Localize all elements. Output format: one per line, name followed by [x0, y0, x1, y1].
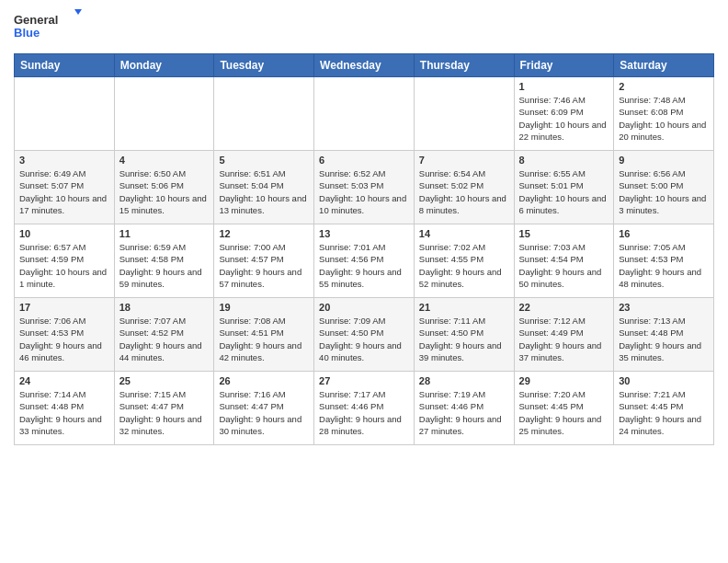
day-number: 12 — [219, 228, 309, 239]
day-cell: 21Sunrise: 7:11 AM Sunset: 4:50 PM Dayli… — [414, 298, 514, 372]
day-cell: 15Sunrise: 7:03 AM Sunset: 4:54 PM Dayli… — [514, 224, 614, 298]
day-info: Sunrise: 7:46 AM Sunset: 6:09 PM Dayligh… — [519, 94, 609, 143]
day-cell — [114, 77, 214, 151]
day-cell: 12Sunrise: 7:00 AM Sunset: 4:57 PM Dayli… — [214, 224, 314, 298]
svg-text:General: General — [14, 13, 58, 27]
day-number: 19 — [219, 302, 309, 313]
day-header-wednesday: Wednesday — [314, 54, 415, 77]
day-cell: 27Sunrise: 7:17 AM Sunset: 4:46 PM Dayli… — [314, 372, 415, 445]
day-cell: 25Sunrise: 7:15 AM Sunset: 4:47 PM Dayli… — [114, 372, 214, 445]
week-row-4: 17Sunrise: 7:06 AM Sunset: 4:53 PM Dayli… — [15, 298, 714, 372]
day-cell — [314, 77, 415, 151]
day-number: 16 — [619, 228, 709, 239]
day-cell: 29Sunrise: 7:20 AM Sunset: 4:45 PM Dayli… — [514, 372, 614, 445]
day-cell: 9Sunrise: 6:56 AM Sunset: 5:00 PM Daylig… — [614, 151, 714, 224]
day-info: Sunrise: 7:21 AM Sunset: 4:45 PM Dayligh… — [619, 388, 709, 437]
day-cell: 22Sunrise: 7:12 AM Sunset: 4:49 PM Dayli… — [514, 298, 614, 372]
day-cell: 5Sunrise: 6:51 AM Sunset: 5:04 PM Daylig… — [214, 151, 314, 224]
day-number: 30 — [619, 375, 709, 386]
day-number: 22 — [519, 302, 609, 313]
day-cell: 13Sunrise: 7:01 AM Sunset: 4:56 PM Dayli… — [314, 224, 415, 298]
day-number: 26 — [219, 375, 309, 386]
day-number: 7 — [419, 155, 509, 166]
day-cell: 28Sunrise: 7:19 AM Sunset: 4:46 PM Dayli… — [414, 372, 514, 445]
day-number: 29 — [519, 375, 609, 386]
week-row-5: 24Sunrise: 7:14 AM Sunset: 4:48 PM Dayli… — [15, 372, 714, 445]
day-cell: 24Sunrise: 7:14 AM Sunset: 4:48 PM Dayli… — [15, 372, 115, 445]
day-number: 2 — [619, 81, 709, 92]
day-cell — [15, 77, 115, 151]
day-header-sunday: Sunday — [15, 54, 115, 77]
day-number: 1 — [519, 81, 609, 92]
day-info: Sunrise: 6:55 AM Sunset: 5:01 PM Dayligh… — [519, 167, 609, 216]
day-cell: 26Sunrise: 7:16 AM Sunset: 4:47 PM Dayli… — [214, 372, 314, 445]
day-number: 11 — [119, 228, 210, 239]
day-info: Sunrise: 7:15 AM Sunset: 4:47 PM Dayligh… — [119, 388, 210, 437]
day-info: Sunrise: 7:01 AM Sunset: 4:56 PM Dayligh… — [319, 241, 409, 290]
day-cell: 17Sunrise: 7:06 AM Sunset: 4:53 PM Dayli… — [15, 298, 115, 372]
day-info: Sunrise: 7:07 AM Sunset: 4:52 PM Dayligh… — [119, 315, 210, 363]
day-info: Sunrise: 6:49 AM Sunset: 5:07 PM Dayligh… — [19, 167, 109, 216]
day-info: Sunrise: 6:59 AM Sunset: 4:58 PM Dayligh… — [119, 241, 210, 290]
week-row-1: 1Sunrise: 7:46 AM Sunset: 6:09 PM Daylig… — [15, 77, 714, 151]
day-header-friday: Friday — [514, 54, 614, 77]
day-info: Sunrise: 7:20 AM Sunset: 4:45 PM Dayligh… — [519, 388, 609, 437]
calendar-container: General Blue SundayMondayTuesdayWednesda… — [0, 0, 728, 450]
day-info: Sunrise: 7:02 AM Sunset: 4:55 PM Dayligh… — [419, 241, 509, 290]
calendar-table: SundayMondayTuesdayWednesdayThursdayFrid… — [14, 53, 714, 445]
day-number: 24 — [19, 375, 109, 386]
day-number: 9 — [619, 155, 709, 166]
day-info: Sunrise: 7:03 AM Sunset: 4:54 PM Dayligh… — [519, 241, 609, 290]
week-row-2: 3Sunrise: 6:49 AM Sunset: 5:07 PM Daylig… — [15, 151, 714, 224]
day-cell — [414, 77, 514, 151]
day-cell: 30Sunrise: 7:21 AM Sunset: 4:45 PM Dayli… — [614, 372, 714, 445]
day-number: 3 — [19, 155, 109, 166]
day-cell: 11Sunrise: 6:59 AM Sunset: 4:58 PM Dayli… — [114, 224, 214, 298]
day-info: Sunrise: 7:00 AM Sunset: 4:57 PM Dayligh… — [219, 241, 309, 290]
day-number: 10 — [19, 228, 109, 239]
header: General Blue — [14, 9, 714, 46]
day-info: Sunrise: 7:48 AM Sunset: 6:08 PM Dayligh… — [619, 94, 709, 143]
day-info: Sunrise: 6:54 AM Sunset: 5:02 PM Dayligh… — [419, 167, 509, 216]
svg-text:Blue: Blue — [14, 26, 40, 40]
day-number: 17 — [19, 302, 109, 313]
day-number: 23 — [619, 302, 709, 313]
day-number: 28 — [419, 375, 509, 386]
day-cell: 6Sunrise: 6:52 AM Sunset: 5:03 PM Daylig… — [314, 151, 415, 224]
day-cell: 14Sunrise: 7:02 AM Sunset: 4:55 PM Dayli… — [414, 224, 514, 298]
day-number: 20 — [319, 302, 409, 313]
day-number: 27 — [319, 375, 409, 386]
day-info: Sunrise: 7:16 AM Sunset: 4:47 PM Dayligh… — [219, 388, 309, 437]
day-info: Sunrise: 7:19 AM Sunset: 4:46 PM Dayligh… — [419, 388, 509, 437]
day-info: Sunrise: 7:08 AM Sunset: 4:51 PM Dayligh… — [219, 315, 309, 363]
day-number: 18 — [119, 302, 210, 313]
day-number: 4 — [119, 155, 210, 166]
day-cell: 3Sunrise: 6:49 AM Sunset: 5:07 PM Daylig… — [15, 151, 115, 224]
day-header-saturday: Saturday — [614, 54, 714, 77]
day-info: Sunrise: 6:56 AM Sunset: 5:00 PM Dayligh… — [619, 167, 709, 216]
day-info: Sunrise: 7:11 AM Sunset: 4:50 PM Dayligh… — [419, 315, 509, 363]
day-info: Sunrise: 7:17 AM Sunset: 4:46 PM Dayligh… — [319, 388, 409, 437]
day-info: Sunrise: 7:06 AM Sunset: 4:53 PM Dayligh… — [19, 315, 109, 363]
day-header-tuesday: Tuesday — [214, 54, 314, 77]
day-info: Sunrise: 7:14 AM Sunset: 4:48 PM Dayligh… — [19, 388, 109, 437]
day-number: 6 — [319, 155, 409, 166]
day-header-thursday: Thursday — [414, 54, 514, 77]
day-info: Sunrise: 6:50 AM Sunset: 5:06 PM Dayligh… — [119, 167, 210, 216]
day-number: 25 — [119, 375, 210, 386]
day-cell: 19Sunrise: 7:08 AM Sunset: 4:51 PM Dayli… — [214, 298, 314, 372]
day-cell: 7Sunrise: 6:54 AM Sunset: 5:02 PM Daylig… — [414, 151, 514, 224]
day-cell: 20Sunrise: 7:09 AM Sunset: 4:50 PM Dayli… — [314, 298, 415, 372]
day-info: Sunrise: 6:57 AM Sunset: 4:59 PM Dayligh… — [19, 241, 109, 290]
day-cell: 10Sunrise: 6:57 AM Sunset: 4:59 PM Dayli… — [15, 224, 115, 298]
day-info: Sunrise: 7:13 AM Sunset: 4:48 PM Dayligh… — [619, 315, 709, 363]
svg-marker-1 — [74, 9, 82, 15]
day-cell: 1Sunrise: 7:46 AM Sunset: 6:09 PM Daylig… — [514, 77, 614, 151]
day-info: Sunrise: 6:52 AM Sunset: 5:03 PM Dayligh… — [319, 167, 409, 216]
day-cell: 23Sunrise: 7:13 AM Sunset: 4:48 PM Dayli… — [614, 298, 714, 372]
day-cell: 16Sunrise: 7:05 AM Sunset: 4:53 PM Dayli… — [614, 224, 714, 298]
logo-svg: General Blue — [14, 9, 87, 46]
day-cell: 4Sunrise: 6:50 AM Sunset: 5:06 PM Daylig… — [114, 151, 214, 224]
day-number: 15 — [519, 228, 609, 239]
header-row: SundayMondayTuesdayWednesdayThursdayFrid… — [15, 54, 714, 77]
